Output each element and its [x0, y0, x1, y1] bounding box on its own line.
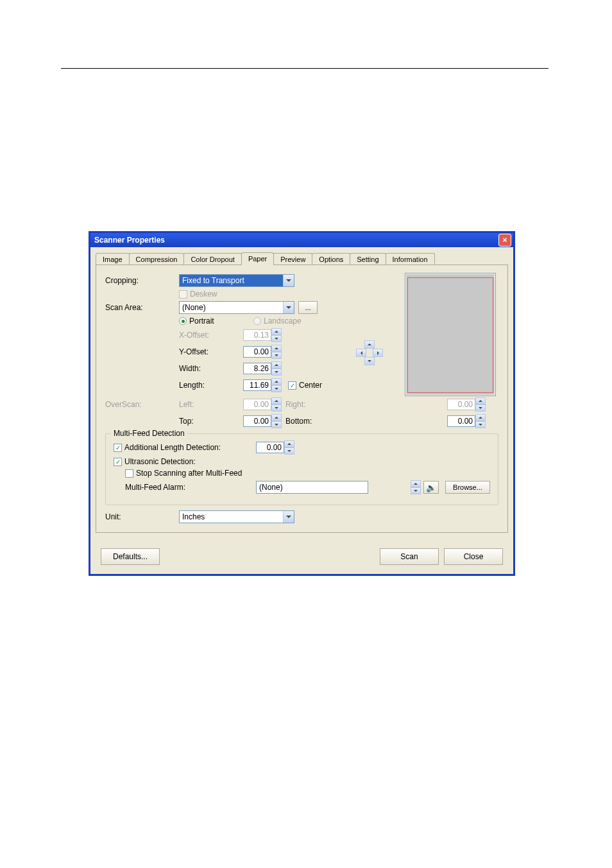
cropping-label: Cropping:: [105, 276, 179, 285]
center-checkbox[interactable]: ✓: [288, 381, 296, 390]
over-left-label: Left:: [179, 400, 243, 409]
tab-preview[interactable]: Preview: [273, 253, 312, 265]
nudge-control: [356, 340, 382, 365]
stop-label: Stop Scanning after Multi-Feed: [136, 469, 242, 478]
window-title: Scanner Properties: [94, 236, 165, 245]
tab-image[interactable]: Image: [96, 253, 130, 265]
nudge-right-button[interactable]: [373, 349, 383, 357]
chevron-down-icon: [283, 302, 294, 313]
tab-color-dropout[interactable]: Color Dropout: [183, 253, 241, 265]
portrait-radio[interactable]: [179, 317, 187, 325]
alarm-label: Multi-Feed Alarm:: [125, 483, 256, 492]
length-label: Length:: [179, 381, 243, 390]
chevron-down-icon: [283, 275, 294, 286]
defaults-button[interactable]: Defaults...: [101, 548, 160, 565]
nudge-up-button[interactable]: [364, 340, 375, 349]
tab-paper[interactable]: Paper: [241, 252, 274, 265]
cropping-select[interactable]: Fixed to Transport: [179, 274, 294, 287]
alarm-volume-spinner[interactable]: [411, 480, 421, 494]
unit-select[interactable]: Inches: [179, 510, 294, 523]
alarm-select[interactable]: (None): [256, 481, 368, 494]
center-label: Center: [299, 381, 322, 390]
portrait-label: Portrait: [189, 317, 253, 326]
nudge-down-button[interactable]: [364, 357, 375, 365]
xoffset-label: X-Offset:: [179, 331, 243, 340]
length-spinner[interactable]: 11.69: [243, 378, 282, 392]
over-right-label: Right:: [285, 400, 324, 409]
ultrasonic-checkbox[interactable]: ✓: [114, 458, 122, 466]
preview-area[interactable]: [405, 273, 496, 396]
scan-button[interactable]: Scan: [380, 548, 439, 565]
footer: Defaults... Scan Close: [96, 543, 508, 569]
addlen-checkbox[interactable]: ✓: [114, 444, 122, 452]
browse-button[interactable]: Browse...: [445, 481, 490, 494]
close-icon[interactable]: ×: [498, 234, 511, 247]
over-right-spinner: 0.00: [447, 397, 486, 412]
tab-setting[interactable]: Setting: [350, 253, 386, 265]
over-left-spinner: 0.00: [243, 397, 282, 412]
dialog-frame: Scanner Properties × Image Compression C…: [89, 231, 515, 576]
tab-strip: Image Compression Color Dropout Paper Pr…: [96, 252, 508, 265]
addlen-spinner[interactable]: 0.00: [256, 440, 294, 455]
tab-information[interactable]: Information: [386, 253, 435, 265]
over-bottom-label: Bottom:: [285, 417, 324, 426]
deskew-label: Deskew: [190, 290, 217, 299]
yoffset-spinner[interactable]: 0.00: [243, 345, 282, 359]
landscape-label: Landscape: [264, 317, 302, 326]
scanarea-more-button[interactable]: ...: [298, 301, 318, 314]
addlen-label: Additional Length Detection:: [124, 443, 256, 452]
yoffset-label: Y-Offset:: [179, 347, 243, 356]
preview-selection[interactable]: [407, 277, 493, 393]
ultrasonic-label: Ultrasonic Detection:: [124, 457, 196, 466]
chevron-down-icon: [283, 511, 294, 523]
deskew-checkbox: [179, 290, 187, 299]
over-top-label: Top:: [179, 417, 243, 426]
unit-label: Unit:: [105, 512, 179, 521]
over-bottom-spinner[interactable]: 0.00: [447, 414, 486, 428]
tab-options[interactable]: Options: [312, 253, 350, 265]
multifeed-title: Multi-Feed Detection: [111, 429, 187, 438]
width-spinner[interactable]: 8.26: [243, 361, 282, 376]
landscape-radio: [253, 317, 261, 325]
paper-panel: Cropping: Fixed to Transport Deskew Scan…: [96, 265, 508, 533]
xoffset-spinner: 0.13: [243, 328, 282, 342]
title-bar: Scanner Properties ×: [90, 233, 513, 247]
close-button[interactable]: Close: [444, 548, 503, 565]
scanarea-select[interactable]: (None): [179, 301, 294, 314]
multifeed-group: Multi-Feed Detection ✓ Additional Length…: [105, 433, 498, 505]
speaker-icon[interactable]: 🔈: [423, 481, 439, 494]
tab-compression[interactable]: Compression: [129, 253, 185, 265]
overscan-label: OverScan:: [105, 400, 179, 409]
page-divider: [61, 68, 548, 69]
width-label: Width:: [179, 364, 243, 373]
client-area: Image Compression Color Dropout Paper Pr…: [90, 247, 513, 574]
over-top-spinner[interactable]: 0.00: [243, 414, 282, 428]
nudge-left-button[interactable]: [356, 349, 366, 357]
scanarea-label: Scan Area:: [105, 303, 179, 312]
stop-checkbox[interactable]: [125, 469, 133, 478]
